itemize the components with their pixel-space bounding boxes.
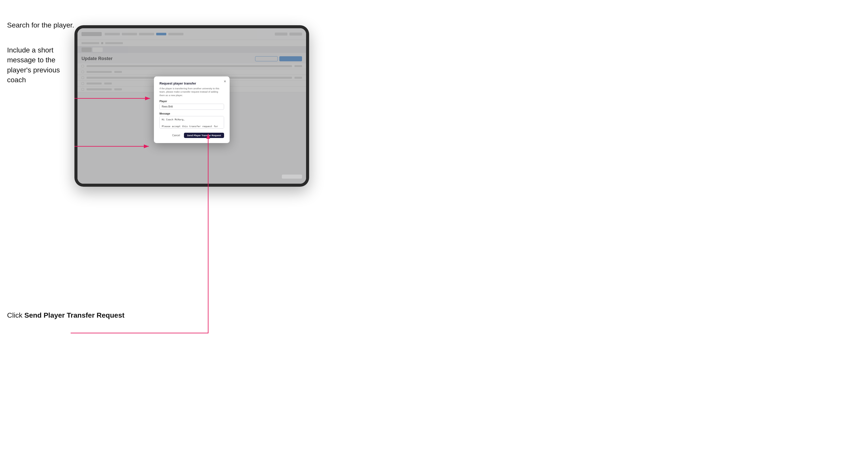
bottom-bar <box>282 175 302 179</box>
modal-actions: Cancel Send Player Transfer Request <box>159 133 224 138</box>
annotation-text-3-bold: Send Player Transfer Request <box>24 311 124 319</box>
player-input[interactable] <box>159 104 224 110</box>
cancel-button[interactable]: Cancel <box>170 133 182 138</box>
annotation-area: Search for the player. Include a short m… <box>7 20 78 85</box>
tablet-screen: Update Roster <box>78 28 306 184</box>
modal-description: If the player is transferring from anoth… <box>159 87 224 97</box>
message-textarea[interactable] <box>159 116 224 129</box>
annotation-text-2: Include a short message to the player's … <box>7 45 78 85</box>
modal-title: Request player transfer <box>159 82 224 85</box>
modal-overlay: Request player transfer × If the player … <box>78 28 306 184</box>
close-icon[interactable]: × <box>224 80 226 84</box>
send-transfer-button[interactable]: Send Player Transfer Request <box>184 133 224 138</box>
player-label: Player <box>159 100 224 103</box>
message-label: Message <box>159 112 224 115</box>
annotation-text-3-prefix: Click <box>7 311 24 319</box>
tablet-device: Update Roster <box>74 25 309 187</box>
modal-dialog: Request player transfer × If the player … <box>154 76 229 143</box>
bottom-btn <box>282 175 302 179</box>
annotation-text-1: Search for the player. <box>7 20 78 30</box>
annotation-bottom: Click Send Player Transfer Request <box>7 310 124 320</box>
